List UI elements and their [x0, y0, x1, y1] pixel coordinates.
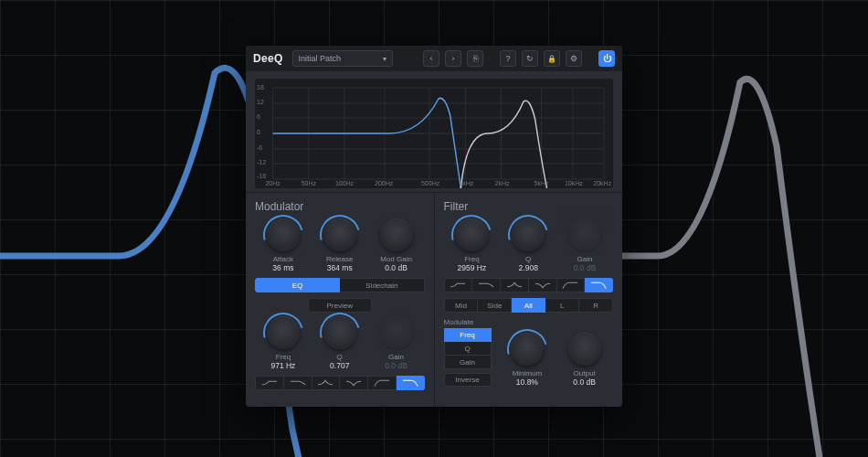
- modulate-gain[interactable]: Gain: [444, 356, 492, 369]
- help-button[interactable]: ?: [500, 50, 516, 67]
- filter-q-knob[interactable]: [512, 218, 545, 251]
- filter-shape-highpass-icon[interactable]: [557, 278, 586, 292]
- chevron-right-icon: ›: [452, 54, 455, 63]
- x-tick: 20kHz: [593, 180, 611, 186]
- x-tick: 200Hz: [375, 180, 393, 186]
- top-bar: DeeQ Initial Patch ▾ ‹ › ⎘ ? ↻ 🔒 ⚙ ⏻: [246, 46, 622, 71]
- mod-freq-knob[interactable]: [267, 316, 300, 349]
- y-tick: 12: [257, 99, 264, 105]
- mod-gain-knob[interactable]: [380, 316, 413, 349]
- release-label: Release: [326, 255, 353, 263]
- channel-selector: Mid Side All L R: [444, 298, 614, 313]
- inverse-button[interactable]: Inverse: [444, 373, 492, 387]
- minimum-value: 10.8%: [516, 377, 538, 387]
- attack-label: Attack: [273, 255, 293, 263]
- release-knob[interactable]: [323, 218, 356, 251]
- power-icon: ⏻: [603, 54, 611, 63]
- filter-shape-highshelf-icon[interactable]: [472, 278, 501, 292]
- shape-bell-icon[interactable]: [312, 376, 341, 390]
- y-tick: -18: [257, 173, 266, 179]
- refresh-icon: ↻: [526, 54, 534, 63]
- lock-button[interactable]: 🔒: [544, 50, 560, 67]
- modulate-list: Modulate Freq Q Gain Inverse: [444, 318, 492, 387]
- y-tick: -6: [257, 144, 262, 151]
- x-tick: 100Hz: [335, 180, 354, 186]
- chevron-left-icon: ‹: [430, 54, 433, 63]
- x-tick: 1kHz: [459, 180, 473, 186]
- settings-button[interactable]: ⚙: [566, 50, 582, 67]
- y-tick: 0: [257, 129, 260, 135]
- next-preset-button[interactable]: ›: [445, 50, 461, 67]
- filter-gain-knob[interactable]: [568, 218, 601, 251]
- modgain-label: Mod Gain: [380, 255, 412, 263]
- mod-gain-label: Gain: [388, 353, 404, 361]
- chevron-down-icon: ▾: [383, 55, 386, 63]
- preset-dropdown[interactable]: Initial Patch ▾: [292, 50, 393, 67]
- brand-label: DeeQ: [253, 52, 283, 65]
- filter-q-value: 2.908: [519, 263, 538, 272]
- shape-highshelf-icon[interactable]: [284, 376, 312, 390]
- channel-mid[interactable]: Mid: [444, 298, 479, 313]
- y-tick: 6: [257, 113, 260, 120]
- prev-preset-button[interactable]: ‹: [423, 50, 439, 67]
- mod-gain-value: 0.0 dB: [385, 361, 408, 370]
- y-tick: 18: [257, 84, 264, 90]
- preview-button[interactable]: Preview: [308, 298, 372, 313]
- eq-graph[interactable]: 18 12 6 0 -6 -12 -18 20Hz 50Hz 100Hz 200…: [255, 79, 613, 188]
- shape-lowshelf-icon[interactable]: [255, 376, 284, 390]
- x-tick: 500Hz: [421, 180, 439, 186]
- mod-q-value: 0.707: [330, 361, 349, 370]
- preset-name: Initial Patch: [299, 54, 342, 63]
- y-tick: -12: [257, 159, 266, 165]
- filter-title: Filter: [444, 200, 614, 213]
- minimum-knob[interactable]: [511, 333, 544, 366]
- channel-side[interactable]: Side: [478, 298, 512, 313]
- release-value: 364 ms: [327, 263, 353, 272]
- refresh-button[interactable]: ↻: [522, 50, 538, 67]
- mod-q-label: Q: [337, 353, 343, 361]
- x-tick: 10kHz: [565, 180, 583, 186]
- minimum-label: Minimum: [513, 369, 542, 377]
- filter-freq-knob[interactable]: [455, 218, 488, 251]
- shape-lowpass-icon[interactable]: [397, 376, 425, 390]
- channel-all[interactable]: All: [512, 298, 545, 313]
- help-icon: ?: [505, 54, 510, 63]
- x-tick: 20Hz: [265, 180, 280, 186]
- modgain-value: 0.0 dB: [385, 263, 408, 272]
- filter-freq-value: 2959 Hz: [458, 263, 487, 272]
- channel-r[interactable]: R: [579, 298, 613, 313]
- shape-highpass-icon[interactable]: [368, 376, 397, 390]
- modulator-section: Modulator Attack36 ms Release364 ms Mod …: [246, 193, 434, 407]
- filter-shape-notch-icon[interactable]: [529, 278, 557, 292]
- plugin-window: DeeQ Initial Patch ▾ ‹ › ⎘ ? ↻ 🔒 ⚙ ⏻ 18: [246, 46, 622, 407]
- x-tick: 2kHz: [494, 180, 509, 186]
- modgain-knob[interactable]: [380, 218, 413, 251]
- power-button[interactable]: ⏻: [598, 50, 615, 67]
- attack-value: 36 ms: [272, 263, 293, 272]
- modulate-q[interactable]: Q: [444, 342, 492, 356]
- output-value: 0.0 dB: [573, 377, 596, 387]
- filter-gain-label: Gain: [577, 255, 593, 263]
- output-knob[interactable]: [568, 333, 601, 366]
- eq-sidechain-toggle: EQ Sidechain: [255, 278, 425, 292]
- eq-tab[interactable]: EQ: [255, 278, 340, 292]
- save-button[interactable]: ⎘: [467, 50, 483, 67]
- filter-shape-lowpass-icon[interactable]: [585, 278, 613, 292]
- filter-shape-bell-icon[interactable]: [501, 278, 529, 292]
- modulate-freq[interactable]: Freq: [444, 328, 492, 342]
- filter-q-label: Q: [525, 255, 531, 263]
- x-tick: 5kHz: [535, 180, 549, 186]
- save-icon: ⎘: [473, 54, 478, 63]
- output-label: Output: [574, 369, 596, 377]
- lock-icon: 🔒: [547, 55, 556, 63]
- modulate-header: Modulate: [444, 318, 492, 326]
- filter-shape-lowshelf-icon[interactable]: [444, 278, 473, 292]
- sidechain-tab[interactable]: Sidechain: [340, 278, 424, 292]
- channel-l[interactable]: L: [545, 298, 579, 313]
- attack-knob[interactable]: [267, 218, 300, 251]
- filter-freq-label: Freq: [464, 255, 479, 263]
- shape-notch-icon[interactable]: [340, 376, 368, 390]
- mod-q-knob[interactable]: [323, 316, 356, 349]
- modulator-title: Modulator: [255, 200, 425, 213]
- mod-filter-shapes: [255, 376, 425, 390]
